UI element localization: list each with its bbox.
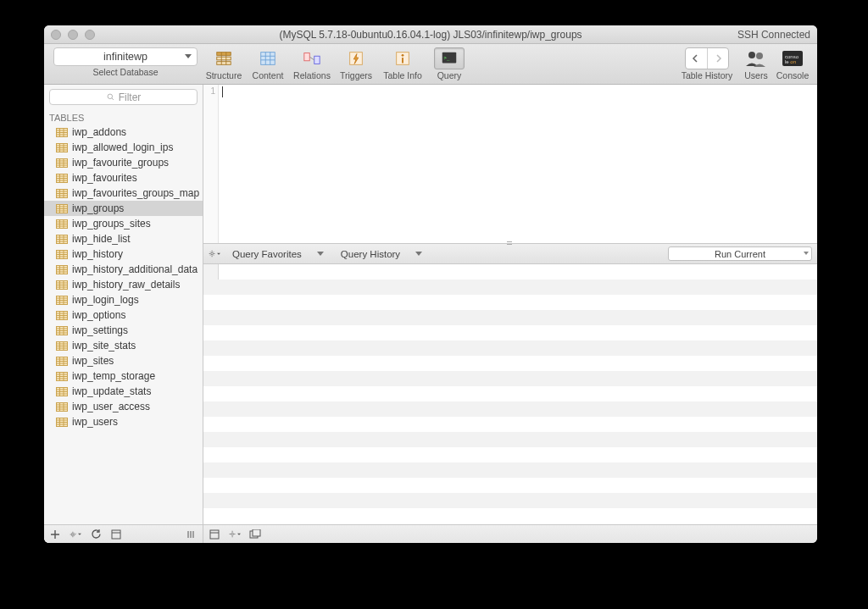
database-select[interactable]: infinitewp: [53, 47, 198, 66]
table-row[interactable]: iwp_temp_storage: [44, 368, 203, 384]
table-row[interactable]: iwp_addons: [44, 125, 203, 140]
triggers-button[interactable]: [341, 47, 371, 69]
run-query-button[interactable]: Run Current: [668, 246, 812, 261]
collapse-button[interactable]: [186, 529, 198, 540]
svg-rect-152: [210, 530, 219, 539]
table-icon: [56, 158, 68, 168]
editor-text-area[interactable]: [219, 85, 817, 243]
tablehistory-label: Table History: [682, 70, 733, 80]
query-favorites-dropdown[interactable]: Query Favorites: [227, 249, 329, 259]
app-window: (MySQL 5.7.18-0ubuntu0.16.04.1-log) JLS0…: [44, 25, 817, 543]
svg-point-14: [402, 54, 404, 57]
refresh-icon: [91, 529, 102, 540]
svg-line-24: [112, 98, 114, 100]
svg-rect-0: [217, 53, 231, 56]
split-handle-icon[interactable]: [507, 240, 514, 246]
result-row: [203, 462, 817, 478]
svg-rect-2: [217, 62, 231, 65]
query-history-dropdown[interactable]: Query History: [336, 249, 427, 259]
structure-label: Structure: [206, 70, 242, 80]
gear-button[interactable]: [70, 529, 81, 540]
minimize-window-icon[interactable]: [68, 30, 78, 40]
table-icon: [56, 387, 68, 396]
chevron-down-icon: [78, 532, 81, 537]
svg-rect-10: [304, 53, 309, 61]
table-row[interactable]: iwp_options: [44, 307, 203, 323]
query-settings-button[interactable]: [209, 248, 220, 260]
filter-input[interactable]: Filter: [49, 89, 198, 105]
relations-button[interactable]: [297, 47, 327, 69]
table-row[interactable]: iwp_favourites_groups_map: [44, 185, 203, 201]
footer-table-button[interactable]: [209, 529, 220, 540]
result-row: [203, 340, 817, 356]
result-row: [203, 325, 817, 340]
users-button[interactable]: [743, 47, 770, 69]
svg-rect-156: [253, 529, 260, 536]
sidebar: Filter TABLES iwp_addonsiwp_allowed_logi…: [44, 85, 203, 543]
table-name: iwp_favourites_groups_map: [72, 187, 199, 199]
relations-label: Relations: [293, 70, 331, 80]
history-forward-button[interactable]: [708, 48, 729, 69]
table-row[interactable]: iwp_update_stats: [44, 384, 203, 399]
table-name: iwp_login_logs: [72, 294, 139, 306]
table-row[interactable]: iwp_history: [44, 246, 203, 262]
table-row[interactable]: iwp_groups_sites: [44, 216, 203, 231]
table-name: iwp_history: [72, 248, 123, 260]
table-row[interactable]: iwp_groups: [44, 201, 203, 216]
table-name: iwp_history_additional_data: [72, 263, 198, 275]
content-label: Content: [253, 70, 284, 80]
close-window-icon[interactable]: [51, 30, 61, 40]
traffic-lights: [51, 30, 95, 40]
query-button[interactable]: >_: [434, 47, 465, 69]
sidebar-footer: [44, 524, 203, 543]
result-row: [203, 356, 817, 371]
gear-icon: [229, 529, 236, 540]
add-button[interactable]: [49, 529, 61, 540]
maximize-window-icon[interactable]: [85, 30, 95, 40]
tableinfo-button[interactable]: [387, 47, 418, 69]
table-name: iwp_groups_sites: [72, 218, 151, 230]
table-row[interactable]: iwp_allowed_login_ips: [44, 140, 203, 155]
table-row[interactable]: iwp_history_additional_data: [44, 262, 203, 277]
titlebar: (MySQL 5.7.18-0ubuntu0.16.04.1-log) JLS0…: [44, 25, 817, 44]
table-row[interactable]: iwp_users: [44, 414, 203, 429]
result-row: [203, 508, 817, 523]
result-row: [203, 432, 817, 447]
table-name: iwp_hide_list: [72, 233, 131, 245]
table-icon: [56, 357, 68, 366]
footer-gear-button[interactable]: [229, 529, 241, 540]
table-icon: [209, 529, 220, 540]
gear-icon: [70, 529, 77, 540]
result-row: [203, 310, 817, 325]
query-editor[interactable]: 1: [203, 85, 817, 244]
table-row[interactable]: iwp_user_access: [44, 399, 203, 414]
history-nav: [685, 47, 729, 69]
table-row[interactable]: iwp_site_stats: [44, 338, 203, 353]
console-label: Console: [776, 70, 810, 80]
table-name: iwp_favourite_groups: [72, 157, 169, 169]
table-row[interactable]: iwp_settings: [44, 323, 203, 338]
table-row[interactable]: iwp_favourite_groups: [44, 155, 203, 170]
table-row[interactable]: iwp_hide_list: [44, 231, 203, 246]
table-row[interactable]: iwp_favourites: [44, 170, 203, 185]
info-button[interactable]: [110, 529, 122, 540]
table-icon: [56, 143, 68, 152]
history-back-button[interactable]: [686, 48, 708, 69]
structure-icon: [214, 49, 233, 68]
console-button[interactable]: console on: [779, 47, 806, 69]
triggers-icon: [347, 49, 365, 68]
tableinfo-label: Table Info: [383, 70, 422, 80]
svg-rect-11: [314, 56, 320, 64]
table-icon: [56, 326, 68, 335]
table-row[interactable]: iwp_login_logs: [44, 292, 203, 307]
structure-button[interactable]: [209, 47, 239, 69]
table-row[interactable]: iwp_sites: [44, 353, 203, 368]
table-row[interactable]: iwp_history_raw_details: [44, 277, 203, 292]
content-button[interactable]: [253, 47, 283, 69]
database-select-label: Select Database: [92, 67, 158, 77]
refresh-button[interactable]: [90, 529, 102, 540]
query-toolbar: Query Favorites Query History Run Curren…: [203, 244, 817, 264]
chevron-down-icon: [415, 252, 422, 256]
footer-panel-button[interactable]: [249, 529, 261, 540]
result-row: [203, 447, 817, 462]
